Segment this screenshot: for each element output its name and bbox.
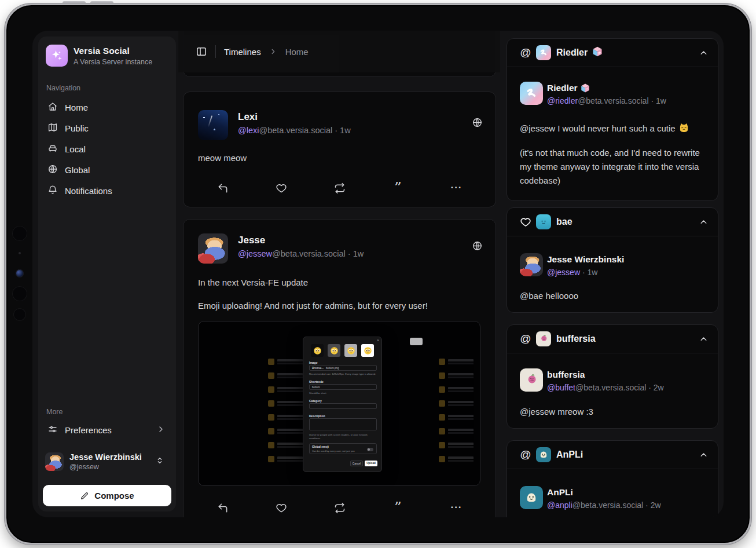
dimmed-emoji-list bbox=[439, 359, 474, 462]
notification-title: bae bbox=[556, 217, 572, 227]
more-ellipsis-icon[interactable]: ··· bbox=[427, 182, 486, 194]
breadcrumb-home[interactable]: Home bbox=[285, 47, 309, 57]
notification-author-handle[interactable]: @riedler@beta.versia.social · 1w bbox=[547, 96, 666, 105]
post-card[interactable]: Lexi @lexi@beta.versia.social · 1w meow … bbox=[183, 92, 496, 207]
post-author-name[interactable]: Jesse bbox=[238, 235, 265, 246]
avatar bbox=[45, 452, 64, 471]
account-handle: @jessew bbox=[69, 463, 142, 471]
chevron-right-icon bbox=[156, 425, 166, 436]
avatar[interactable] bbox=[520, 82, 543, 105]
quote-icon[interactable]: ” bbox=[369, 502, 427, 514]
notification-card: @ AnPLi AnPLi @anpli@beta.versia.social … bbox=[507, 440, 718, 517]
avatar[interactable] bbox=[520, 486, 543, 509]
avatar[interactable] bbox=[198, 110, 228, 140]
shortcode-field-label: Shortcode bbox=[309, 380, 324, 383]
notification-author-name[interactable]: AnPLi bbox=[547, 487, 573, 498]
reply-icon[interactable] bbox=[193, 502, 252, 514]
notification-author-handle[interactable]: @buffet@beta.versia.social · 2w bbox=[547, 383, 664, 392]
notification-header[interactable]: bae bbox=[507, 208, 718, 236]
notification-card: @ Riedler Riedler @riedler@beta.versia.s… bbox=[507, 38, 718, 201]
post-author-handle[interactable]: @lexi@beta.versia.social · 1w bbox=[238, 126, 351, 135]
more-section-label: More bbox=[46, 408, 63, 416]
notification-author-handle[interactable]: @anpli@beta.versia.social · 2w bbox=[547, 500, 661, 510]
notification-title: Riedler bbox=[556, 48, 588, 58]
pleading-emoji-icon bbox=[344, 344, 357, 357]
neocat-aww-emoji bbox=[678, 122, 690, 138]
notification-time: · 1w bbox=[582, 268, 597, 277]
notification-author-name[interactable]: Jesse Wierzbinski bbox=[547, 254, 624, 265]
sidebar-item-public[interactable]: Public bbox=[42, 118, 173, 138]
bell-icon bbox=[47, 185, 58, 197]
sidebar-item-local[interactable]: Local bbox=[42, 139, 173, 159]
chevron-up-icon[interactable] bbox=[699, 450, 709, 460]
account-switcher[interactable]: Jesse Wierzbinski @jessew bbox=[42, 449, 173, 474]
like-heart-icon[interactable] bbox=[252, 182, 310, 194]
notification-time: · 2w bbox=[648, 383, 663, 392]
map-icon bbox=[47, 122, 58, 134]
post-actions: ” ··· bbox=[184, 502, 496, 514]
description-field-label: Description bbox=[309, 414, 325, 418]
handle-domain: @beta.versia.social bbox=[578, 96, 648, 105]
notification-title: AnPLi bbox=[556, 450, 583, 460]
visibility-globe-icon bbox=[472, 117, 483, 130]
notification-author-name[interactable]: buffersia bbox=[547, 370, 585, 380]
quote-icon[interactable]: ” bbox=[369, 182, 427, 194]
trans-cube-emoji bbox=[580, 83, 590, 96]
account-name: Jesse Wierzbinski bbox=[69, 452, 142, 462]
breadcrumb-timelines[interactable]: Timelines bbox=[224, 47, 261, 57]
reply-icon[interactable] bbox=[193, 182, 252, 194]
toggle-switch bbox=[367, 448, 373, 451]
pleading-emoji-icon bbox=[311, 344, 324, 357]
notification-header[interactable]: @ AnPLi bbox=[507, 441, 718, 469]
post-media-attachment[interactable]: × Image Browse...bottom.png Recommended … bbox=[198, 321, 480, 486]
notification-content: @bae helloooo bbox=[520, 289, 705, 303]
notification-title: buffersia bbox=[556, 334, 596, 344]
notification-author-handle[interactable]: @jessew · 1w bbox=[547, 268, 597, 277]
handle-user: @buffet bbox=[547, 383, 575, 392]
sidebar-item-home[interactable]: Home bbox=[42, 97, 173, 117]
emoji-preview-swatches bbox=[311, 344, 374, 357]
notification-time: · 2w bbox=[645, 500, 660, 510]
post-author-handle[interactable]: @jessew@beta.versia.social · 1w bbox=[238, 249, 364, 258]
boost-repeat-icon[interactable] bbox=[310, 502, 369, 514]
compose-button[interactable]: Compose bbox=[43, 485, 171, 506]
chevron-up-icon[interactable] bbox=[699, 48, 709, 58]
browse-button: Browse... bbox=[312, 367, 324, 370]
sidebar-item-preferences[interactable]: Preferences bbox=[42, 420, 173, 440]
chevron-up-icon[interactable] bbox=[699, 217, 709, 227]
sidebar-item-notifications[interactable]: Notifications bbox=[42, 181, 173, 200]
avatar[interactable] bbox=[520, 368, 543, 392]
handle-user: @anpli bbox=[547, 500, 572, 510]
notification-content: @jessew mreow :3 bbox=[520, 405, 705, 419]
dimmed-button bbox=[410, 338, 423, 345]
notification-author-name[interactable]: Riedler bbox=[547, 83, 590, 96]
tablet-frame: Versia Social A Versia Server instance N… bbox=[5, 3, 751, 545]
notification-header[interactable]: @ Riedler bbox=[507, 39, 718, 67]
sidebar-item-label: Public bbox=[65, 123, 89, 133]
globe-icon bbox=[47, 164, 58, 176]
post-card[interactable]: Jesse @jessew@beta.versia.social · 1w In… bbox=[183, 219, 496, 517]
boost-repeat-icon[interactable] bbox=[310, 182, 369, 194]
image-field-label: Image bbox=[309, 361, 317, 364]
sidebar-item-label: Global bbox=[65, 165, 90, 175]
sidebar-item-global[interactable]: Global bbox=[42, 160, 173, 180]
compose-label: Compose bbox=[94, 491, 134, 500]
pleading-emoji-icon bbox=[361, 344, 374, 357]
handle-domain: @beta.versia.social bbox=[575, 383, 646, 392]
global-emoji-box: Global emoji Can be used by every user, … bbox=[309, 443, 377, 454]
avatar[interactable] bbox=[520, 253, 543, 276]
category-field-label: Category bbox=[309, 399, 322, 403]
avatar[interactable] bbox=[198, 233, 228, 264]
chevrons-up-down-icon bbox=[155, 456, 164, 467]
like-heart-icon[interactable] bbox=[252, 502, 310, 514]
notification-header[interactable]: @ buffersia bbox=[507, 325, 718, 353]
sidebar-toggle-icon[interactable] bbox=[196, 46, 207, 57]
more-ellipsis-icon[interactable]: ··· bbox=[427, 502, 486, 514]
notification-card: @ buffersia buffersia @buffet@beta.versi… bbox=[507, 324, 718, 429]
handle-user: @riedler bbox=[547, 96, 578, 105]
chevron-up-icon[interactable] bbox=[699, 334, 709, 344]
app-brand[interactable]: Versia Social A Versia Server instance bbox=[46, 45, 152, 67]
content-text: @jessew I would never hurt such a cutie bbox=[520, 123, 676, 133]
post-author-name[interactable]: Lexi bbox=[238, 111, 258, 123]
trans-cube-emoji bbox=[592, 46, 603, 60]
